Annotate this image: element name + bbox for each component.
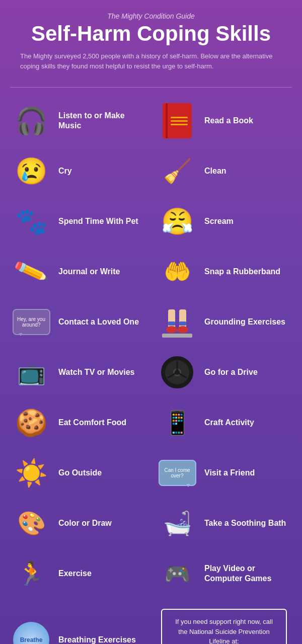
- breathe-text: Breathe: [20, 636, 43, 643]
- list-item: Can I come over? Visit a Friend: [151, 448, 297, 498]
- list-item: 🍪 Eat Comfort Food: [5, 397, 151, 448]
- list-item: 🤲 Snap a Rubberband: [151, 247, 297, 297]
- subtitle: The Mighty Condition Guide: [15, 12, 287, 20]
- svg-rect-0: [168, 309, 175, 329]
- item-label: Read a Book: [204, 116, 253, 126]
- coping-grid: 🎧 Listen to or Make Music Read a Book 😢 …: [0, 96, 302, 644]
- item-label: Color or Draw: [58, 518, 112, 528]
- craft-icon: 📱: [157, 403, 197, 443]
- item-label: Go Outside: [58, 468, 102, 478]
- list-item: 🐾 Spend Time With Pet: [5, 196, 151, 247]
- grounding-icon: [157, 302, 197, 342]
- item-label: Watch TV or Movies: [58, 367, 134, 377]
- item-label: Eat Comfort Food: [58, 418, 126, 428]
- description: The Mighty surveyed 2,500 people with a …: [15, 51, 287, 71]
- item-label: Snap a Rubberband: [204, 267, 280, 277]
- item-label: Craft Activity: [204, 418, 254, 428]
- svg-rect-4: [162, 334, 192, 338]
- item-label: Visit a Friend: [204, 468, 255, 478]
- list-item: 🛁 Take a Soothing Bath: [151, 498, 297, 548]
- item-label: Scream: [204, 216, 234, 226]
- svg-point-2: [166, 326, 177, 333]
- item-label: Grounding Exercises: [204, 317, 285, 327]
- cry-icon: 😢: [11, 151, 51, 191]
- item-label: Go for a Drive: [204, 367, 258, 377]
- rubberband-icon: 🤲: [157, 252, 197, 292]
- list-item: Breathe Breathing Exercises: [5, 599, 151, 644]
- list-item: 🏃 Exercise: [5, 548, 151, 599]
- visit-icon: Can I come over?: [157, 453, 197, 493]
- lifeline-container: If you need support right now, call the …: [151, 599, 297, 644]
- main-title: Self-Harm Coping Skills: [15, 22, 287, 45]
- visit-text: Can I come over?: [162, 467, 193, 478]
- header: The Mighty Condition Guide Self-Harm Cop…: [0, 0, 302, 88]
- list-item: 🎨 Color or Draw: [5, 498, 151, 548]
- list-item: Grounding Exercises: [151, 297, 297, 347]
- list-item: 🧹 Clean: [151, 146, 297, 196]
- list-item: 📺 Watch TV or Movies: [5, 347, 151, 397]
- item-label: Take a Soothing Bath: [204, 518, 286, 528]
- bubble-text: Hey, are you around?: [16, 316, 47, 328]
- item-label: Spend Time With Pet: [58, 216, 138, 226]
- item-label: Cry: [58, 166, 72, 176]
- headphones-icon: 🎧: [11, 101, 51, 141]
- list-item: Go for a Drive: [151, 347, 297, 397]
- bath-icon: 🛁: [157, 503, 197, 543]
- divider: [10, 87, 292, 88]
- cookie-icon: 🍪: [11, 403, 51, 443]
- games-icon: 🎮: [157, 553, 197, 594]
- pencil-icon: ✏️: [11, 252, 51, 292]
- breathe-bubble: Breathe: [13, 622, 49, 644]
- list-item: ☀️ Go Outside: [5, 448, 151, 498]
- scream-icon: 😤: [157, 201, 197, 242]
- svg-rect-5: [168, 321, 175, 326]
- broom-icon: 🧹: [157, 151, 197, 191]
- lifeline-text: If you need support right now, call the …: [175, 618, 273, 644]
- lifeline-box: If you need support right now, call the …: [161, 609, 287, 644]
- item-label: Exercise: [58, 569, 92, 579]
- tv-icon: 📺: [11, 352, 51, 392]
- chat-bubble-icon: Hey, are you around?: [13, 309, 50, 335]
- exercise-icon: 🏃: [11, 553, 51, 594]
- svg-rect-1: [179, 309, 186, 329]
- legs-svg: [162, 304, 192, 340]
- list-item: 📱 Craft Activity: [151, 397, 297, 448]
- breathe-icon: Breathe: [11, 620, 51, 644]
- list-item: ✏️ Journal or Write: [5, 247, 151, 297]
- visit-bubble: Can I come over?: [159, 460, 196, 486]
- list-item: 🎧 Listen to or Make Music: [5, 96, 151, 146]
- svg-point-3: [177, 326, 188, 333]
- item-label: Play Video or Computer Games: [204, 564, 291, 584]
- steering-wheel-icon: [157, 352, 197, 392]
- item-label: Breathing Exercises: [58, 635, 136, 644]
- list-item: 😤 Scream: [151, 196, 297, 247]
- list-item: Hey, are you around? Contact a Loved One: [5, 297, 151, 347]
- list-item: 🎮 Play Video or Computer Games: [151, 548, 297, 599]
- sun-icon: ☀️: [11, 453, 51, 493]
- svg-rect-6: [179, 321, 186, 326]
- item-label: Journal or Write: [58, 267, 120, 277]
- list-item: Read a Book: [151, 96, 297, 146]
- item-label: Contact a Loved One: [58, 317, 139, 327]
- item-label: Clean: [204, 166, 226, 176]
- pet-icon: 🐾: [11, 201, 51, 242]
- item-label: Listen to or Make Music: [58, 111, 145, 131]
- book-icon: [157, 101, 197, 141]
- contact-icon: Hey, are you around?: [11, 302, 51, 342]
- draw-icon: 🎨: [11, 503, 51, 543]
- list-item: 😢 Cry: [5, 146, 151, 196]
